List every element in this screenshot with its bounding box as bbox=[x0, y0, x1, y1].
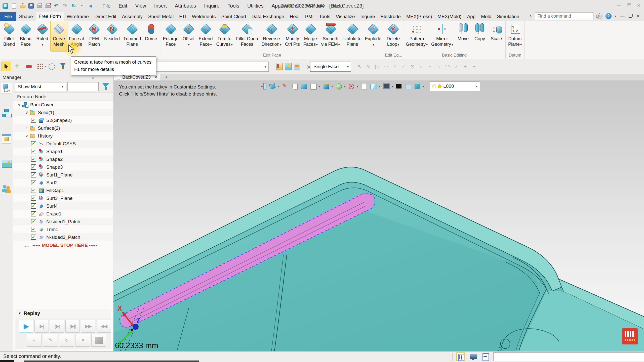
ribbon-button-mirror-geometry[interactable]: MirrorGeometry▾ bbox=[429, 21, 455, 51]
add-entity-icon[interactable] bbox=[13, 62, 22, 71]
doc-minimize-icon[interactable]: — bbox=[619, 14, 626, 19]
entity-filter-icon[interactable] bbox=[58, 62, 68, 71]
checkbox[interactable]: ✓ bbox=[31, 219, 36, 224]
doc-tool-icon-2[interactable] bbox=[285, 63, 292, 70]
ribbon-button-copy[interactable]: →Copy bbox=[471, 21, 488, 51]
tree-item-surface-2[interactable]: ›Surface(2) bbox=[13, 124, 113, 132]
ribbon-button-explode[interactable]: ∕Explode▾ bbox=[363, 21, 383, 51]
ribbon-tab-pmi[interactable]: PMI bbox=[302, 12, 316, 21]
replay-play-from-button[interactable]: (▶) bbox=[50, 320, 64, 333]
tree-item-shape1[interactable]: ✓Shape1 bbox=[13, 148, 113, 155]
checkbox[interactable]: ✓ bbox=[31, 164, 36, 170]
background-color-swatch[interactable] bbox=[404, 82, 412, 90]
replay-play-pause-button[interactable]: (▶|) bbox=[65, 320, 80, 333]
ribbon-tab-visualize[interactable]: Visualize bbox=[333, 12, 358, 21]
tree-item-solid-1[interactable]: ∨Solid(1) bbox=[13, 109, 113, 116]
shaded-view-icon[interactable] bbox=[300, 82, 308, 90]
tree-item-trim1[interactable]: ✓Trim1 bbox=[13, 225, 113, 233]
ribbon-button-offset[interactable]: ↑Offset▾ bbox=[180, 21, 197, 51]
visual-manager-icon[interactable] bbox=[1, 132, 12, 144]
print-icon[interactable] bbox=[36, 3, 43, 9]
ribbon-button-trimmed-plane[interactable]: TrimmedPlane bbox=[122, 21, 143, 51]
shaded-edges-view-icon[interactable] bbox=[322, 82, 330, 90]
ribbon-button-datum-plane[interactable]: 312DatumPlane▾ bbox=[506, 21, 524, 51]
restore-icon[interactable] bbox=[627, 4, 630, 7]
tree-item-shape2[interactable]: ✓Shape2 bbox=[13, 155, 113, 163]
chevron-down-icon[interactable]: ▾ bbox=[319, 84, 320, 88]
expander-icon[interactable]: ∨ bbox=[23, 133, 30, 138]
chevron-down-icon[interactable]: ▾ bbox=[423, 84, 425, 88]
ribbon-tab-tools[interactable]: Tools bbox=[316, 12, 333, 21]
tree-item-surf4[interactable]: ✓Surf4 bbox=[13, 202, 113, 210]
replay-flip-button[interactable]: ↻ bbox=[59, 334, 74, 347]
tree-search-input[interactable] bbox=[67, 82, 99, 91]
ribbon-tab-mex-press[interactable]: MEX(Press) bbox=[404, 12, 435, 21]
minimize-icon[interactable]: — bbox=[616, 3, 622, 8]
remove-entity-icon[interactable] bbox=[24, 62, 34, 71]
customize-dropdown-icon[interactable] bbox=[79, 3, 86, 9]
rotation-center-icon[interactable] bbox=[347, 82, 355, 90]
ribbon-button-ruled[interactable]: Ruled▾ bbox=[34, 21, 51, 51]
dropdown-arrow-icon[interactable]: ▾ bbox=[373, 43, 374, 47]
display-mode-icon[interactable] bbox=[382, 82, 390, 90]
tree-item-history[interactable]: ∨History bbox=[13, 132, 113, 140]
redo-icon[interactable] bbox=[62, 3, 69, 9]
ribbon-tab-fti[interactable]: FTI bbox=[176, 12, 189, 21]
chevron-down-icon[interactable]: ▾ bbox=[391, 84, 393, 88]
expander-icon[interactable]: ∨ bbox=[16, 102, 22, 107]
ribbon-tab-wireframe[interactable]: Wireframe bbox=[64, 12, 92, 21]
vision-manager-icon[interactable] bbox=[1, 158, 12, 169]
ribbon-tab-heal[interactable]: Heal bbox=[287, 12, 302, 21]
chevron-down-icon[interactable]: ▾ bbox=[344, 84, 346, 88]
save-icon[interactable] bbox=[28, 3, 34, 9]
back-icon[interactable] bbox=[88, 3, 94, 9]
checkbox[interactable]: ✓ bbox=[31, 211, 36, 216]
ribbon-button-fem-patch[interactable]: MFEMPatch bbox=[86, 21, 102, 51]
dropdown-arrow-icon[interactable]: ▾ bbox=[42, 43, 43, 47]
menu-utilities[interactable]: Utilities bbox=[243, 0, 267, 12]
ribbon-button-unfold-to-plane[interactable]: Unfold toPlane bbox=[342, 21, 363, 51]
checkbox[interactable]: ✓ bbox=[31, 118, 36, 123]
expander-icon[interactable]: › bbox=[23, 126, 30, 130]
ribbon-button-fillet-blend[interactable]: FilletBlend bbox=[1, 21, 17, 51]
close-icon[interactable]: ✕ bbox=[635, 3, 642, 8]
menu-insert[interactable]: Insert bbox=[150, 0, 171, 12]
ribbon-tab-electrode[interactable]: Electrode bbox=[378, 12, 404, 21]
menu-attributes[interactable]: Attributes bbox=[171, 0, 200, 12]
collapse-ribbon-icon[interactable]: ∧ bbox=[529, 14, 532, 18]
checkbox[interactable]: ✓ bbox=[31, 227, 36, 232]
menu-tools[interactable]: Tools bbox=[223, 0, 243, 12]
plot-icon[interactable] bbox=[45, 3, 52, 9]
environment-icon[interactable] bbox=[335, 82, 342, 90]
toolbox-toggle-icon[interactable] bbox=[456, 352, 465, 361]
manager-tab-icon[interactable] bbox=[1, 82, 12, 94]
status-input-field[interactable] bbox=[493, 352, 644, 361]
new-file-icon[interactable] bbox=[11, 3, 17, 9]
help-dropdown-icon[interactable]: ▾ bbox=[615, 14, 616, 18]
chevron-down-icon[interactable]: ▾ bbox=[357, 84, 358, 88]
tab-close-icon[interactable]: ✕ bbox=[154, 75, 157, 80]
doc-tool-icon-3[interactable] bbox=[294, 63, 300, 70]
ribbon-tab-point-cloud[interactable]: Point Cloud bbox=[218, 12, 249, 21]
ribbon-button-enlarge-face[interactable]: EnlargeFace bbox=[161, 21, 180, 51]
checkbox[interactable]: ✓ bbox=[31, 235, 36, 240]
model-canvas[interactable]: X Z 60.2333 mm You can set the hotkey in… bbox=[113, 80, 644, 351]
checkbox[interactable]: ✓ bbox=[31, 157, 36, 162]
chevron-down-icon[interactable]: ▾ bbox=[331, 84, 333, 88]
regen-icon[interactable] bbox=[70, 3, 77, 9]
find-command-box[interactable] bbox=[535, 12, 593, 20]
pick-grid-icon[interactable]: ▾ bbox=[35, 62, 45, 71]
replay-play-button[interactable]: ▶ bbox=[19, 320, 33, 333]
ribbon-button-reverse-direction[interactable]: ↕ReverseDirection▾ bbox=[260, 21, 283, 51]
list-panel-icon[interactable] bbox=[481, 352, 490, 361]
monitor-icon[interactable] bbox=[469, 352, 477, 361]
replay-rewind-button[interactable]: ◀◀ bbox=[97, 320, 111, 333]
dropdown-arrow-icon[interactable]: ▾ bbox=[231, 43, 233, 47]
menu-edit[interactable]: Edit bbox=[114, 0, 131, 12]
ribbon-button-n-sided[interactable]: NN-sided bbox=[102, 21, 122, 51]
dropdown-arrow-icon[interactable]: ▾ bbox=[398, 43, 399, 47]
show-filter-combobox[interactable]: Show Most ▾ bbox=[15, 82, 66, 91]
checkbox[interactable]: ✓ bbox=[31, 196, 36, 201]
ribbon-tab-simulation[interactable]: Simulation bbox=[494, 12, 522, 21]
tree-item-n-sided2-patch[interactable]: ✓NN-sided2_Patch bbox=[13, 233, 113, 241]
